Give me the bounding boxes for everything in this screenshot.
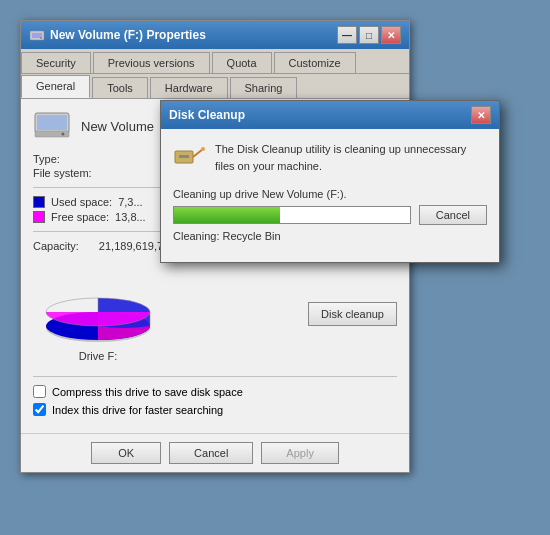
tab-general[interactable]: General	[21, 75, 90, 98]
cancel-button[interactable]: Cancel	[169, 442, 253, 464]
tabs-row1: Security Previous versions Quota Customi…	[21, 49, 409, 74]
cleanup-cancel-button[interactable]: Cancel	[419, 205, 487, 225]
tab-previous-versions[interactable]: Previous versions	[93, 52, 210, 73]
close-button[interactable]: ✕	[381, 26, 401, 44]
index-checkbox[interactable]	[33, 403, 46, 416]
tab-security[interactable]: Security	[21, 52, 91, 73]
index-row: Index this drive for faster searching	[33, 403, 397, 416]
tab-sharing[interactable]: Sharing	[230, 77, 298, 98]
svg-point-2	[40, 37, 42, 39]
divider3	[33, 376, 397, 377]
progress-section: Cleaning up drive New Volume (F:). Cance…	[173, 188, 487, 242]
tab-quota[interactable]: Quota	[212, 52, 272, 73]
compress-checkbox[interactable]	[33, 385, 46, 398]
cleanup-header: The Disk Cleanup utility is cleaning up …	[173, 141, 487, 174]
ok-button[interactable]: OK	[91, 442, 161, 464]
chart-area: Drive F: Disk cleanup	[33, 262, 397, 366]
window-icon	[29, 27, 45, 43]
cleanup-content: The Disk Cleanup utility is cleaning up …	[161, 129, 499, 262]
cleanup-close-button[interactable]: ✕	[471, 106, 491, 124]
free-value: 13,8...	[115, 211, 146, 223]
disk-cleanup-button[interactable]: Disk cleanup	[308, 302, 397, 326]
progress-bar-container: Cancel	[173, 205, 487, 225]
title-bar: New Volume (F:) Properties — □ ✕	[21, 21, 409, 49]
cleanup-description: The Disk Cleanup utility is cleaning up …	[215, 141, 487, 174]
svg-rect-4	[37, 115, 67, 130]
used-color-box	[33, 196, 45, 208]
compress-row: Compress this drive to save disk space	[33, 385, 397, 398]
svg-rect-13	[179, 155, 189, 158]
title-bar-buttons: — □ ✕	[337, 26, 401, 44]
used-label: Used space:	[51, 196, 112, 208]
cleaning-status: Cleaning: Recycle Bin	[173, 230, 487, 242]
apply-button[interactable]: Apply	[261, 442, 339, 464]
progress-bar-background	[173, 206, 411, 224]
compress-label: Compress this drive to save disk space	[52, 386, 243, 398]
title-bar-left: New Volume (F:) Properties	[29, 27, 206, 43]
pie-container: Drive F:	[33, 266, 163, 362]
progress-bar-fill	[174, 207, 280, 223]
used-value: 7,3...	[118, 196, 142, 208]
broom-icon	[173, 141, 205, 173]
bottom-buttons: OK Cancel Apply	[21, 433, 409, 472]
pie-label: Drive F:	[79, 350, 118, 362]
maximize-button[interactable]: □	[359, 26, 379, 44]
tab-hardware[interactable]: Hardware	[150, 77, 228, 98]
tab-customize[interactable]: Customize	[274, 52, 356, 73]
svg-point-15	[201, 147, 205, 151]
drive-icon	[33, 111, 71, 141]
cleanup-dialog: Disk Cleanup ✕ The Disk Cleanup utility …	[160, 100, 500, 263]
svg-point-6	[62, 133, 65, 136]
tab-tools[interactable]: Tools	[92, 77, 148, 98]
cleanup-title-bar: Disk Cleanup ✕	[161, 101, 499, 129]
pie-chart	[33, 266, 163, 346]
cleanup-title: Disk Cleanup	[169, 108, 245, 122]
capacity-label: Capacity:	[33, 240, 79, 252]
minimize-button[interactable]: —	[337, 26, 357, 44]
drive-name: New Volume	[81, 119, 154, 134]
index-label: Index this drive for faster searching	[52, 404, 223, 416]
progress-label: Cleaning up drive New Volume (F:).	[173, 188, 487, 200]
tabs-row2: General Tools Hardware Sharing	[21, 74, 409, 99]
free-color-box	[33, 211, 45, 223]
free-label: Free space:	[51, 211, 109, 223]
window-title: New Volume (F:) Properties	[50, 28, 206, 42]
